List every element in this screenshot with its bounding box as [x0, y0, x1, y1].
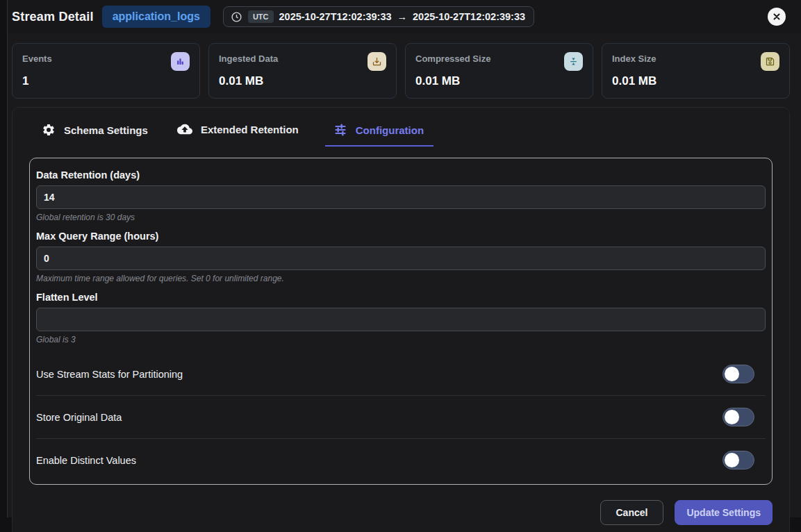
field-group-data-retention: Data Retention (days) Global retention i… [36, 169, 766, 222]
actions-row: Cancel Update Settings [29, 500, 773, 525]
page-title: Stream Detail [12, 10, 94, 24]
toggle-row-stream-stats: Use Stream Stats for Partitioning [36, 353, 766, 396]
stat-value: 0.01 MB [219, 74, 386, 88]
modal-header: Stream Detail application_logs UTC 2025-… [8, 0, 801, 33]
tab-bar: Schema Settings Extended Retention Co [29, 117, 773, 147]
tab-extended-retention[interactable]: Extended Retention [174, 117, 302, 147]
time-range-chip[interactable]: UTC 2025-10-27T12:02:39:33 → 2025-10-27T… [223, 6, 534, 27]
stream-detail-modal: Stream Detail application_logs UTC 2025-… [7, 0, 801, 517]
stat-label: Events [22, 52, 52, 64]
stat-label: Ingested Data [219, 52, 278, 64]
max-query-range-input[interactable] [36, 247, 766, 270]
stat-card-ingested-data: Ingested Data 0.01 MB [208, 43, 397, 99]
flatten-level-input[interactable] [36, 308, 766, 331]
close-button[interactable] [768, 8, 786, 26]
stat-value: 0.01 MB [612, 74, 779, 88]
toggle-thumb [725, 367, 739, 381]
floppy-disk-icon [761, 52, 779, 71]
toggle-label: Store Original Data [36, 412, 122, 423]
stat-label: Compressed Size [415, 52, 490, 64]
stream-name-badge[interactable]: application_logs [102, 6, 210, 28]
stat-label: Index Size [612, 52, 657, 64]
close-icon [772, 12, 782, 22]
update-settings-button[interactable]: Update Settings [675, 500, 773, 525]
settings-panel: Schema Settings Extended Retention Co [12, 107, 790, 532]
toggle-thumb [725, 410, 739, 424]
gear-icon [42, 123, 56, 137]
field-hint: Global retention is 30 days [36, 213, 766, 222]
stat-card-compressed-size: Compressed Size 0.01 MB [405, 43, 593, 99]
tab-label: Configuration [356, 124, 424, 136]
field-group-max-query-range: Max Query Range (hours) Maximum time ran… [36, 231, 766, 283]
stat-card-index-size: Index Size 0.01 MB [602, 43, 790, 99]
field-group-flatten-level: Flatten Level Global is 3 [36, 292, 766, 344]
time-range-end: 2025-10-27T12:02:39:33 [413, 11, 525, 22]
toggle-label: Enable Distinct Values [36, 455, 136, 466]
enable-distinct-values-toggle[interactable] [722, 451, 754, 469]
tab-schema-settings[interactable]: Schema Settings [39, 119, 151, 147]
toggle-row-distinct-values: Enable Distinct Values [36, 439, 766, 481]
time-range-arrow: → [397, 11, 408, 22]
toggle-thumb [725, 453, 739, 467]
toggle-row-store-original: Store Original Data [36, 396, 766, 439]
bar-chart-icon [171, 52, 190, 71]
stats-row: Events 1 Ingested Data [12, 43, 790, 99]
stream-stats-toggle[interactable] [722, 365, 754, 383]
clock-icon [231, 11, 242, 23]
field-label: Flatten Level [36, 292, 766, 303]
compress-icon [564, 52, 583, 71]
cancel-button[interactable]: Cancel [600, 500, 664, 525]
stat-value: 0.01 MB [415, 74, 583, 88]
tab-configuration[interactable]: Configuration [325, 119, 433, 147]
data-retention-input[interactable] [36, 185, 766, 209]
field-hint: Maximum time range allowed for queries. … [36, 274, 766, 283]
time-range-start: 2025-10-27T12:02:39:33 [279, 11, 392, 22]
stat-card-events: Events 1 [12, 43, 200, 99]
field-hint: Global is 3 [36, 335, 766, 344]
toggle-label: Use Stream Stats for Partitioning [36, 369, 183, 380]
field-label: Max Query Range (hours) [36, 231, 766, 242]
configuration-form: Data Retention (days) Global retention i… [29, 158, 773, 485]
download-tray-icon [368, 52, 386, 71]
sliders-icon [333, 123, 347, 137]
store-original-data-toggle[interactable] [722, 408, 754, 426]
field-label: Data Retention (days) [36, 169, 766, 181]
tab-label: Extended Retention [201, 124, 299, 135]
cloud-upload-icon [177, 122, 192, 137]
stat-value: 1 [22, 74, 190, 88]
tab-label: Schema Settings [64, 124, 148, 136]
utc-badge: UTC [248, 10, 274, 23]
